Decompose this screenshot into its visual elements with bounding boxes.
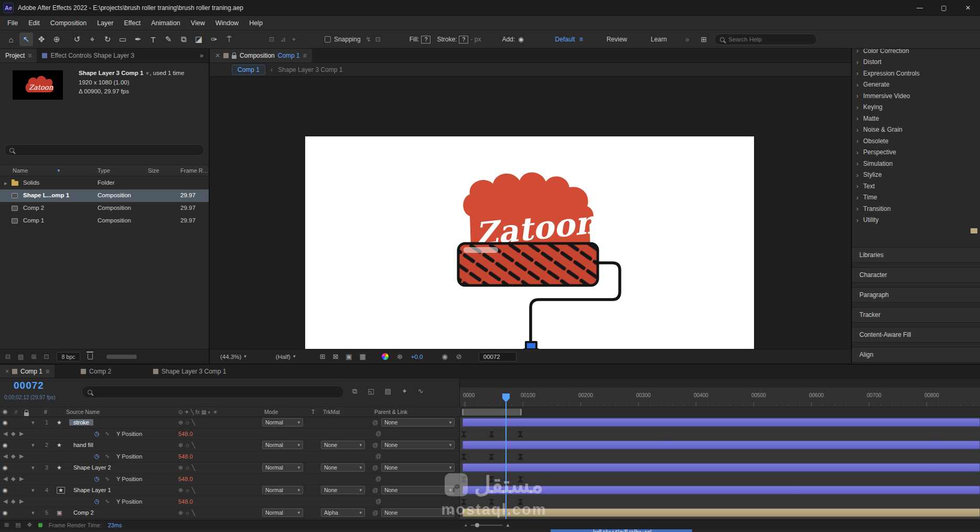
hand-tool-icon[interactable]: ✥	[35, 33, 48, 46]
keyframe-icon[interactable]	[518, 454, 523, 460]
parent-dropdown[interactable]: None▾	[381, 441, 455, 449]
add-keyframe-icon[interactable]: ◆	[11, 431, 15, 437]
blend-mode-dropdown[interactable]: Normal▾	[262, 418, 303, 427]
keyframe-icon[interactable]	[518, 499, 523, 505]
workspace-review[interactable]: Review	[607, 36, 627, 43]
magnification-dropdown[interactable]: (44.3%)▾	[220, 354, 246, 360]
col-t[interactable]: T	[311, 409, 315, 415]
tab-composition[interactable]: ✕ Composition Comp 1 ≡	[210, 49, 312, 62]
property-name[interactable]: Y Position	[116, 498, 142, 505]
panel-libraries[interactable]: Libraries	[852, 247, 980, 263]
work-area-segment[interactable]	[462, 409, 522, 416]
category-color-correction[interactable]: ›Color Correction	[852, 49, 980, 57]
property-value[interactable]: 548.0	[178, 453, 193, 460]
eye-icon[interactable]: ◉	[0, 510, 10, 516]
menu-file[interactable]: File	[2, 19, 23, 27]
timeline-tab-comp2[interactable]: Comp 2	[76, 365, 116, 378]
col-mode[interactable]: Mode	[264, 409, 278, 415]
add-keyframe-icon[interactable]: ◆	[11, 476, 15, 482]
delete-icon[interactable]	[88, 354, 93, 359]
layer-row-shape-layer-2[interactable]: ◉ ▾ 3 ★ Shape Layer 2 ⊕ ☼ ╲ Normal▾ None…	[0, 462, 459, 474]
status-hand-icon[interactable]: ✥	[27, 522, 32, 528]
preview-time-field[interactable]: 00072	[479, 352, 516, 361]
zoom-slider[interactable]	[471, 525, 502, 526]
snapping-checkbox[interactable]	[325, 36, 331, 42]
stopwatch-icon[interactable]: ◷	[94, 431, 100, 437]
status-grid-icon[interactable]: ⊞	[4, 522, 9, 528]
bit-depth-button[interactable]: 8 bpc	[57, 352, 81, 361]
layer-duration-bar[interactable]	[462, 508, 980, 517]
parent-dropdown[interactable]: None▾	[381, 508, 455, 517]
minimize-button[interactable]: —	[908, 0, 932, 15]
workspace-selector[interactable]: Default	[555, 36, 575, 43]
view-axis-icon[interactable]: ⌖	[292, 36, 296, 42]
category-immersive-video[interactable]: ›Immersive Video	[852, 90, 980, 102]
zoom-tool-icon[interactable]: ⊕	[50, 33, 63, 46]
keyframe-track[interactable]	[459, 496, 980, 508]
layer-switches[interactable]: ⊕ ☼ ╲	[176, 464, 262, 471]
work-area-bar[interactable]	[459, 407, 980, 417]
item-name[interactable]: Shape L...omp 1	[23, 192, 69, 198]
snap-option-icon[interactable]: ↯	[366, 36, 371, 42]
property-row-y-position[interactable]: ◀ ◆ ▶ ◷ ∿ Y Position 548.0 @	[0, 429, 459, 440]
mini-flowchart-icon[interactable]: ⧉	[352, 388, 357, 395]
label-chip[interactable]	[84, 193, 89, 198]
graph-editor-icon[interactable]: ∿	[418, 388, 424, 395]
next-keyframe-icon[interactable]: ▶	[19, 498, 24, 504]
prev-keyframe-icon[interactable]: ◀	[3, 498, 7, 504]
property-row-y-position[interactable]: ◀ ◆ ▶ ◷ ∿ Y Position 548.0 @	[0, 496, 459, 508]
col-name[interactable]: Name	[13, 167, 28, 174]
item-name[interactable]: Comp 2	[23, 205, 44, 211]
pick-whip-icon[interactable]: @	[372, 465, 378, 471]
category-obsolete[interactable]: ›Obsolete	[852, 135, 980, 147]
twirl-right-icon[interactable]: ▸	[4, 179, 7, 187]
workspace-learn[interactable]: Learn	[651, 36, 667, 43]
blend-mode-dropdown[interactable]: Normal▾	[262, 441, 303, 449]
rotation-tool-icon[interactable]: ↻	[101, 33, 114, 46]
frame-blend-icon[interactable]: ▤	[385, 388, 391, 395]
layer-name[interactable]: stroke	[69, 419, 93, 425]
draft-3d-icon[interactable]: ◱	[368, 388, 374, 395]
layer-switches[interactable]: ⊕ ☼ ╲	[176, 442, 262, 449]
timeline-zoom-control[interactable]: ▲ ▲	[464, 522, 511, 528]
property-value[interactable]: 548.0	[178, 476, 193, 482]
property-value[interactable]: 548.0	[178, 431, 193, 437]
channels-icon[interactable]	[382, 353, 389, 360]
stopwatch-icon[interactable]: ◷	[94, 453, 100, 459]
trkmat-dropdown[interactable]: None▾	[321, 486, 365, 494]
exposure-reset-icon[interactable]: ⊛	[397, 353, 403, 360]
keyframe-track[interactable]	[459, 474, 980, 485]
keyframe-icon[interactable]	[461, 431, 467, 438]
zoom-out-icon[interactable]: ▲	[464, 523, 468, 527]
grid-guides-icon[interactable]: ⊞	[319, 353, 325, 360]
interpret-footage-icon[interactable]: ⊟	[5, 354, 10, 360]
parent-dropdown[interactable]: None▾	[381, 463, 455, 472]
world-axis-icon[interactable]: ⊿	[281, 36, 286, 42]
col-parent-link[interactable]: Parent & Link	[374, 409, 407, 415]
panel-menu-icon[interactable]: ≡	[303, 52, 307, 59]
parent-dropdown[interactable]: None▾	[381, 418, 455, 427]
blend-mode-dropdown[interactable]: Normal▾	[262, 486, 303, 494]
menu-edit[interactable]: Edit	[23, 19, 45, 27]
transparency-grid-icon[interactable]: ▦	[360, 353, 366, 360]
exposure-value[interactable]: +0.0	[411, 354, 423, 360]
fill-swatch[interactable]: ?	[421, 36, 430, 44]
motion-blur-icon[interactable]: ✦	[402, 388, 407, 395]
pick-whip-icon[interactable]: @	[372, 420, 378, 425]
home-icon[interactable]: ⌂	[4, 33, 18, 46]
brush-tool-icon[interactable]: ✎	[161, 33, 175, 46]
layer-row-comp2[interactable]: ◉ ▾ 5 ▣ Comp 2 ⊕ ☼ ╲ Normal▾ Alpha▾ @Non…	[0, 507, 459, 519]
layer-duration-bar[interactable]	[462, 441, 980, 449]
keyframe-icon[interactable]	[518, 431, 523, 438]
project-row-comp2[interactable]: Comp 2 Composition 29.97	[0, 202, 209, 215]
composition-viewport[interactable]: Zatoon	[210, 77, 851, 349]
region-of-interest-icon[interactable]: ▣	[346, 353, 352, 360]
timeline-search[interactable]	[82, 386, 344, 398]
eye-icon[interactable]: ◉	[0, 465, 10, 471]
keyframe-icon[interactable]	[489, 499, 494, 505]
tab-effect-controls[interactable]: Effect Controls Shape Layer 3	[37, 49, 139, 62]
add-keyframe-icon[interactable]: ◆	[11, 498, 15, 504]
col-size[interactable]: Size	[148, 167, 159, 174]
close-icon[interactable]: ✕	[215, 52, 220, 59]
help-search[interactable]	[714, 34, 817, 45]
